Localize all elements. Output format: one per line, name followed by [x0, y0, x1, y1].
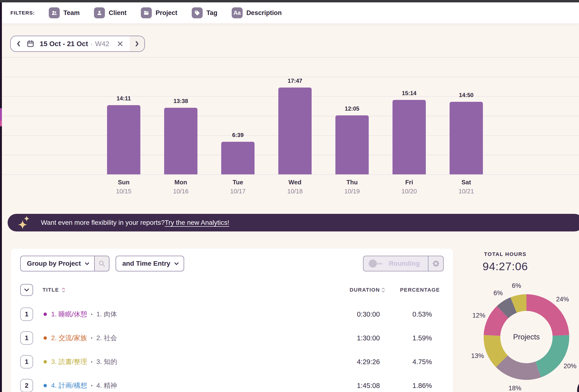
date-range-picker: 15 Oct - 21 Oct · W42 — [10, 36, 145, 52]
client-name: 3. 知的 — [96, 357, 117, 366]
project-color-dot — [44, 336, 47, 340]
collapse-all-button[interactable] — [20, 284, 33, 296]
next-week-button[interactable] — [130, 36, 145, 51]
gear-icon — [432, 259, 440, 268]
rounding-label: Rounding — [389, 260, 420, 267]
row-duration: 1:45:08 — [321, 382, 380, 390]
sort-arrows-duration[interactable] — [382, 288, 385, 293]
date-range-display[interactable]: 15 Oct - 21 Oct · W42 — [26, 36, 130, 51]
project-name[interactable]: 2. 交流/家族 — [51, 333, 87, 342]
sidebar-highlight-sliver — [0, 121, 2, 126]
total-hours-block: TOTAL HOURS 94:27:06 — [455, 251, 555, 273]
separator-dot: • — [91, 312, 92, 317]
row-expand-badge[interactable]: 1 — [20, 308, 33, 321]
toggle-off-icon — [369, 260, 383, 267]
description-icon: Aa — [232, 7, 243, 18]
report-controls: Group by Project and Time Entry Rounding — [20, 256, 444, 271]
daily-hours-bar-chart: 14:11Sun10/1513:38Mon10/166:39Tue10/1717… — [2, 57, 579, 200]
bar-sat[interactable] — [450, 102, 483, 174]
bar-wed[interactable] — [278, 87, 312, 174]
chart-gridline — [2, 77, 579, 77]
banner-text: Want even more flexibility in your repor… — [41, 219, 165, 226]
subgroup-dropdown[interactable]: and Time Entry — [116, 256, 184, 271]
window-chrome-strip — [0, 0, 579, 2]
group-by-dropdown[interactable]: Group by Project — [21, 256, 94, 271]
row-duration: 1:30:00 — [321, 334, 380, 342]
donut-slice-label: 24% — [556, 296, 569, 303]
sidebar-edge — [0, 2, 2, 392]
filter-description[interactable]: Aa Description — [232, 7, 282, 18]
filter-tag[interactable]: Tag — [192, 7, 217, 18]
project-name[interactable]: 4. 計画/構想 — [51, 381, 87, 390]
column-header-duration[interactable]: DURATION — [350, 287, 380, 293]
bar-value-label: 17:47 — [271, 77, 319, 84]
project-name[interactable]: 3. 読書/整理 — [51, 357, 87, 366]
chart-gridline — [2, 174, 579, 175]
row-duration: 0:30:00 — [321, 310, 380, 318]
table-row: 1 1. 睡眠/休憩 • 1. 肉体 0:30:00 0.53% — [20, 302, 444, 326]
banner-analytics-link[interactable]: Try the new Analytics! — [165, 219, 229, 226]
rounding-control: Rounding — [363, 256, 444, 271]
x-axis-date-label: 10/17 — [214, 188, 262, 195]
previous-week-button[interactable] — [11, 36, 26, 51]
client-icon — [94, 7, 105, 18]
bar-mon[interactable] — [164, 108, 197, 174]
donut-slice-label: 20% — [564, 363, 576, 370]
sparkle-icon — [18, 215, 31, 230]
rounding-settings-button[interactable] — [428, 256, 443, 271]
filter-project[interactable]: Project — [141, 7, 177, 18]
x-axis-day-label: Mon — [157, 179, 205, 186]
project-color-dot — [44, 360, 47, 363]
x-axis-date-label: 10/16 — [157, 188, 205, 195]
separator-dot: • — [91, 359, 92, 365]
bar-fri[interactable] — [392, 100, 426, 174]
donut-slice-label: 12% — [472, 312, 485, 319]
bar-thu[interactable] — [335, 115, 369, 174]
donut-slice-label: 6% — [494, 289, 503, 297]
rounding-toggle[interactable]: Rounding — [363, 256, 428, 271]
subgroup-label: and Time Entry — [122, 260, 170, 267]
group-by-label: Group by Project — [27, 260, 81, 267]
row-percentage: 4.75% — [387, 358, 444, 366]
row-percentage: 1.86% — [387, 382, 444, 390]
table-row: 1 2. 交流/家族 • 2. 社会 1:30:00 1.59% — [20, 326, 444, 350]
bar-value-label: 15:14 — [385, 90, 433, 97]
x-axis-day-label: Wed — [271, 179, 319, 186]
donut-slice-label: 6% — [512, 282, 521, 289]
bar-sun[interactable] — [107, 105, 140, 174]
filter-team[interactable]: Team — [49, 7, 80, 18]
x-axis-date-label: 10/21 — [442, 188, 490, 195]
client-name: 2. 社会 — [96, 333, 117, 342]
column-header-title[interactable]: TITLE — [43, 287, 59, 293]
bar-value-label: 13:38 — [157, 98, 205, 104]
client-name: 1. 肉体 — [96, 310, 117, 319]
filter-client[interactable]: Client — [94, 7, 127, 18]
row-percentage: 0.53% — [387, 310, 444, 318]
report-card: Group by Project and Time Entry Rounding — [11, 249, 453, 392]
row-expand-badge[interactable]: 1 — [20, 355, 33, 368]
row-expand-badge[interactable]: 2 — [20, 379, 33, 392]
filter-team-label: Team — [64, 9, 80, 17]
bar-tue[interactable] — [221, 142, 255, 174]
table-row: 1 3. 読書/整理 • 3. 知的 4:29:26 4.75% — [20, 350, 444, 374]
column-header-percentage[interactable]: PERCENTAGE — [400, 287, 440, 293]
filter-description-label: Description — [246, 9, 282, 17]
bar-value-label: 14:11 — [100, 95, 147, 102]
donut-slice[interactable] — [535, 335, 569, 377]
x-axis-date-label: 10/20 — [385, 188, 433, 195]
group-search-button[interactable] — [94, 256, 109, 271]
filters-bar: FILTERS: Team Client Project Tag Aa Desc… — [2, 2, 579, 23]
row-expand-badge[interactable]: 1 — [20, 331, 33, 345]
chart-gridline — [2, 57, 579, 58]
date-range-text: 15 Oct - 21 Oct — [40, 40, 88, 48]
chevron-down-icon — [85, 262, 89, 265]
project-name[interactable]: 1. 睡眠/休憩 — [51, 310, 87, 319]
x-axis-day-label: Sun — [100, 179, 147, 186]
x-axis-day-label: Fri — [385, 179, 433, 186]
x-axis-date-label: 10/18 — [271, 188, 319, 195]
chevron-down-icon — [174, 262, 179, 265]
table-row: 2 4. 計画/構想 • 4. 精神 1:45:08 1.86% — [20, 374, 444, 392]
sort-arrows-title[interactable] — [62, 288, 65, 293]
clear-date-button[interactable] — [115, 41, 125, 47]
sidebar-active-item-sliver — [0, 108, 2, 121]
